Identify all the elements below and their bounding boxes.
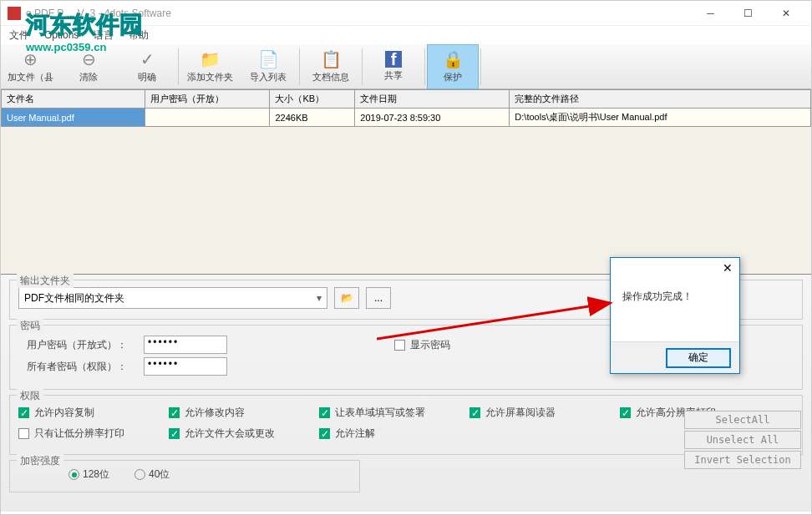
cell-filename: User Manual.pdf (2, 109, 145, 127)
add-file-icon: ⊕ (20, 49, 40, 69)
import-icon: 📄 (258, 49, 278, 69)
col-password[interactable]: 用户密码（开放） (145, 90, 270, 109)
lock-icon: 🔒 (443, 49, 463, 69)
info-icon: 📋 (321, 49, 341, 69)
col-size[interactable]: 大小（KB） (270, 90, 355, 109)
toolbar: ⊕ 加文件（县 ⊖ 清除 ✓ 明确 📁 添加文件夹 📄 导入列表 📋 文档信息 … (1, 44, 811, 89)
allow-annot-checkbox[interactable]: ✓允许注解 (319, 427, 469, 441)
cell-size: 2246KB (270, 109, 355, 127)
protect-button[interactable]: 🔒 保护 (427, 44, 479, 89)
chevron-down-icon: ▾ (317, 292, 322, 304)
only-lowres-checkbox[interactable]: 只有让低分辨率打印 (18, 427, 169, 441)
maximize-button[interactable]: ☐ (729, 2, 767, 25)
open-folder-button[interactable]: 📂 (334, 287, 359, 309)
output-title: 输出文件夹 (17, 274, 74, 288)
allow-modify-checkbox[interactable]: ✓允许修改内容 (169, 406, 319, 420)
folder-open-icon: 📂 (341, 292, 353, 304)
col-filename[interactable]: 文件名 (2, 90, 145, 109)
separator (178, 48, 179, 85)
encryption-title: 加密强度 (17, 454, 63, 468)
radio-icon (134, 469, 145, 480)
file-table-area: 文件名 用户密码（开放） 大小（KB） 文件日期 完整的文件路径 User Ma… (1, 89, 811, 275)
check-icon: ✓ (137, 49, 157, 69)
selection-buttons: SelectAll Unselect All Invert Selection (684, 411, 801, 469)
app-icon (8, 7, 21, 20)
doc-info-button[interactable]: 📋 文档信息 (302, 44, 360, 89)
share-button[interactable]: f 共享 (364, 44, 423, 89)
menu-options[interactable]: Options (44, 29, 79, 41)
add-folder-button[interactable]: 📁 添加文件夹 (180, 44, 239, 89)
minimize-button[interactable]: ─ (692, 2, 729, 25)
radio-128bit[interactable]: 128位 (69, 467, 109, 482)
user-password-label: 用户密码（开放式）： (18, 338, 144, 352)
window-title: e PDF P ... V .3 - 4dots Software (26, 8, 692, 19)
cell-password (145, 109, 270, 127)
checkbox-checked-icon: ✓ (469, 407, 480, 418)
titlebar: e PDF P ... V .3 - 4dots Software ─ ☐ ✕ (1, 1, 811, 26)
allow-form-checkbox[interactable]: ✓让表单域填写或签署 (319, 406, 469, 420)
select-all-button[interactable]: SelectAll (684, 411, 801, 429)
allow-reader-checkbox[interactable]: ✓允许屏幕阅读器 (469, 406, 620, 420)
checkbox-icon (18, 428, 29, 439)
clear-icon: ⊖ (79, 49, 99, 69)
checkbox-checked-icon: ✓ (319, 428, 330, 439)
separator (362, 48, 363, 85)
permissions-title: 权限 (17, 389, 43, 403)
allow-copy-checkbox[interactable]: ✓允许内容复制 (18, 406, 169, 420)
user-password-input[interactable]: •••••• (144, 336, 227, 354)
cell-date: 2019-07-23 8:59:30 (355, 109, 510, 127)
col-path[interactable]: 完整的文件路径 (510, 90, 811, 109)
menu-file[interactable]: 文件 (9, 28, 29, 43)
table-row[interactable]: User Manual.pdf 2246KB 2019-07-23 8:59:3… (2, 109, 811, 127)
show-password-checkbox[interactable]: 显示密码 (394, 338, 450, 352)
menu-help[interactable]: 帮助 (129, 28, 149, 43)
encryption-section: 加密强度 128位 40位 (9, 460, 360, 492)
owner-password-label: 所有者密码（权限）： (18, 360, 144, 374)
checkbox-checked-icon: ✓ (169, 407, 180, 418)
separator (480, 48, 481, 85)
invert-selection-button[interactable]: Invert Selection (684, 451, 801, 469)
import-list-button[interactable]: 📄 导入列表 (239, 44, 297, 89)
clear-button[interactable]: ⊖ 清除 (59, 44, 118, 89)
separator (299, 48, 300, 85)
dialog-close-button[interactable]: ✕ (723, 261, 733, 275)
table-header-row: 文件名 用户密码（开放） 大小（KB） 文件日期 完整的文件路径 (2, 90, 811, 109)
close-button[interactable]: ✕ (767, 2, 804, 25)
menu-language[interactable]: 语言 (94, 28, 114, 43)
radio-checked-icon (69, 469, 79, 480)
success-dialog: ✕ 操作成功完成！ 确定 (610, 257, 740, 374)
output-folder-select[interactable]: PDF文件相同的文件夹 ▾ (18, 287, 327, 309)
password-title: 密码 (17, 319, 43, 333)
checkbox-checked-icon: ✓ (620, 407, 631, 418)
cell-path: D:\tools\桌面\说明书\User Manual.pdf (510, 109, 811, 127)
menubar: 文件 Options 语言 帮助 (1, 26, 811, 44)
checkbox-checked-icon: ✓ (319, 407, 330, 418)
facebook-icon: f (385, 51, 402, 68)
confirm-button[interactable]: ✓ 明确 (118, 44, 176, 89)
owner-password-input[interactable]: •••••• (144, 357, 227, 376)
checkbox-checked-icon: ✓ (169, 428, 180, 439)
add-file-button[interactable]: ⊕ 加文件（县 (1, 44, 59, 89)
checkbox-checked-icon: ✓ (18, 407, 29, 418)
file-table: 文件名 用户密码（开放） 大小（KB） 文件日期 完整的文件路径 User Ma… (1, 89, 811, 127)
folder-icon: 📁 (200, 49, 220, 69)
dialog-ok-button[interactable]: 确定 (666, 348, 731, 368)
unselect-all-button[interactable]: Unselect All (684, 431, 801, 449)
radio-40bit[interactable]: 40位 (134, 467, 170, 482)
dialog-message: 操作成功完成！ (611, 258, 739, 304)
browse-button[interactable]: ... (366, 287, 391, 309)
checkbox-icon (394, 340, 405, 351)
allow-assembly-checkbox[interactable]: ✓允许文件大会或更改 (169, 427, 319, 441)
separator (424, 48, 425, 85)
col-date[interactable]: 文件日期 (355, 90, 510, 109)
